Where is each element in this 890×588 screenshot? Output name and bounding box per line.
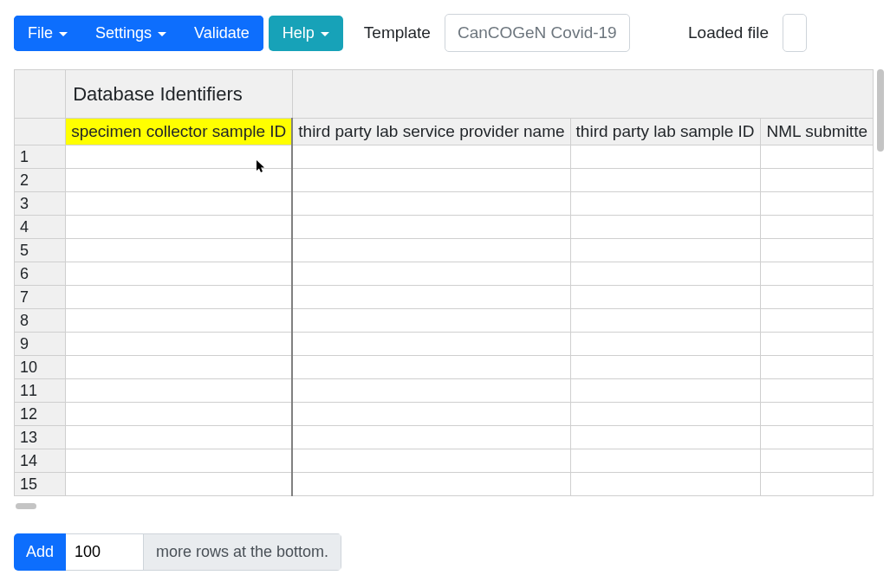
table-row: 9 — [15, 333, 874, 356]
settings-label: Settings — [95, 24, 152, 42]
file-label: File — [28, 24, 53, 42]
data-cell[interactable] — [292, 426, 570, 449]
data-cell[interactable] — [570, 169, 761, 192]
data-cell[interactable] — [66, 379, 293, 403]
data-cell[interactable] — [761, 169, 874, 192]
data-cell[interactable] — [292, 356, 570, 379]
add-rows-button[interactable]: Add — [14, 533, 66, 571]
data-cell[interactable] — [570, 473, 761, 496]
table-row: 3 — [15, 192, 874, 216]
data-cell[interactable] — [66, 473, 293, 496]
data-cell[interactable] — [761, 309, 874, 333]
row-number-header[interactable]: 6 — [15, 262, 66, 286]
column-header[interactable]: third party lab sample ID — [570, 119, 761, 145]
data-cell[interactable] — [292, 379, 570, 403]
row-number-header[interactable]: 12 — [15, 403, 66, 426]
data-cell[interactable] — [292, 216, 570, 239]
data-cell[interactable] — [570, 239, 761, 262]
data-cell[interactable] — [761, 473, 874, 496]
row-number-header[interactable]: 3 — [15, 192, 66, 216]
data-cell[interactable] — [66, 262, 293, 286]
data-cell[interactable] — [66, 333, 293, 356]
data-cell[interactable] — [292, 286, 570, 309]
data-cell[interactable] — [66, 169, 293, 192]
data-cell[interactable] — [761, 145, 874, 169]
vertical-scrollbar[interactable] — [877, 69, 884, 152]
data-cell[interactable] — [66, 145, 293, 169]
data-cell[interactable] — [570, 333, 761, 356]
data-cell[interactable] — [570, 286, 761, 309]
row-number-header[interactable]: 9 — [15, 333, 66, 356]
column-header[interactable]: NML submitte — [761, 119, 874, 145]
data-cell[interactable] — [761, 356, 874, 379]
group-header-rest[interactable] — [292, 70, 873, 119]
data-cell[interactable] — [66, 216, 293, 239]
template-label: Template — [364, 23, 431, 42]
data-cell[interactable] — [570, 426, 761, 449]
data-cell[interactable] — [292, 192, 570, 216]
corner-cell-2[interactable] — [15, 119, 66, 145]
row-number-header[interactable]: 8 — [15, 309, 66, 333]
row-number-header[interactable]: 10 — [15, 356, 66, 379]
data-cell[interactable] — [570, 403, 761, 426]
data-cell[interactable] — [761, 449, 874, 473]
data-cell[interactable] — [292, 239, 570, 262]
group-header[interactable]: Database Identifiers — [66, 70, 293, 119]
data-cell[interactable] — [66, 356, 293, 379]
data-cell[interactable] — [570, 216, 761, 239]
data-cell[interactable] — [292, 169, 570, 192]
data-cell[interactable] — [292, 449, 570, 473]
data-cell[interactable] — [761, 403, 874, 426]
corner-cell[interactable] — [15, 70, 66, 119]
data-cell[interactable] — [292, 333, 570, 356]
data-cell[interactable] — [292, 145, 570, 169]
data-cell[interactable] — [761, 379, 874, 403]
data-cell[interactable] — [761, 333, 874, 356]
horizontal-scrollbar[interactable] — [16, 503, 36, 509]
data-grid[interactable]: Database Identifiers specimen collector … — [14, 69, 874, 496]
rows-count-input[interactable] — [66, 533, 144, 571]
data-cell[interactable] — [66, 192, 293, 216]
row-number-header[interactable]: 2 — [15, 169, 66, 192]
data-cell[interactable] — [66, 309, 293, 333]
data-cell[interactable] — [570, 379, 761, 403]
data-cell[interactable] — [761, 239, 874, 262]
row-number-header[interactable]: 1 — [15, 145, 66, 169]
data-cell[interactable] — [66, 449, 293, 473]
row-number-header[interactable]: 5 — [15, 239, 66, 262]
data-cell[interactable] — [761, 262, 874, 286]
column-header[interactable]: specimen collector sample ID — [66, 119, 293, 145]
data-cell[interactable] — [570, 192, 761, 216]
settings-menu-button[interactable]: Settings — [81, 16, 180, 51]
template-display[interactable]: CanCOGeN Covid-19 — [445, 14, 630, 52]
data-cell[interactable] — [761, 286, 874, 309]
data-cell[interactable] — [292, 403, 570, 426]
data-cell[interactable] — [292, 309, 570, 333]
row-number-header[interactable]: 11 — [15, 379, 66, 403]
data-cell[interactable] — [570, 309, 761, 333]
validate-button[interactable]: Validate — [180, 16, 263, 51]
data-cell[interactable] — [66, 286, 293, 309]
row-number-header[interactable]: 4 — [15, 216, 66, 239]
table-row: 14 — [15, 449, 874, 473]
data-cell[interactable] — [570, 356, 761, 379]
data-cell[interactable] — [570, 145, 761, 169]
data-cell[interactable] — [761, 426, 874, 449]
data-cell[interactable] — [292, 473, 570, 496]
row-number-header[interactable]: 15 — [15, 473, 66, 496]
help-menu-button[interactable]: Help — [269, 16, 343, 51]
data-cell[interactable] — [66, 239, 293, 262]
data-cell[interactable] — [66, 426, 293, 449]
data-cell[interactable] — [570, 449, 761, 473]
data-cell[interactable] — [66, 403, 293, 426]
row-number-header[interactable]: 14 — [15, 449, 66, 473]
file-menu-button[interactable]: File — [14, 16, 81, 51]
data-cell[interactable] — [292, 262, 570, 286]
data-cell[interactable] — [761, 192, 874, 216]
row-number-header[interactable]: 13 — [15, 426, 66, 449]
column-header[interactable]: third party lab service provider name — [292, 119, 570, 145]
row-number-header[interactable]: 7 — [15, 286, 66, 309]
loaded-file-label: Loaded file — [688, 23, 769, 42]
data-cell[interactable] — [570, 262, 761, 286]
data-cell[interactable] — [761, 216, 874, 239]
